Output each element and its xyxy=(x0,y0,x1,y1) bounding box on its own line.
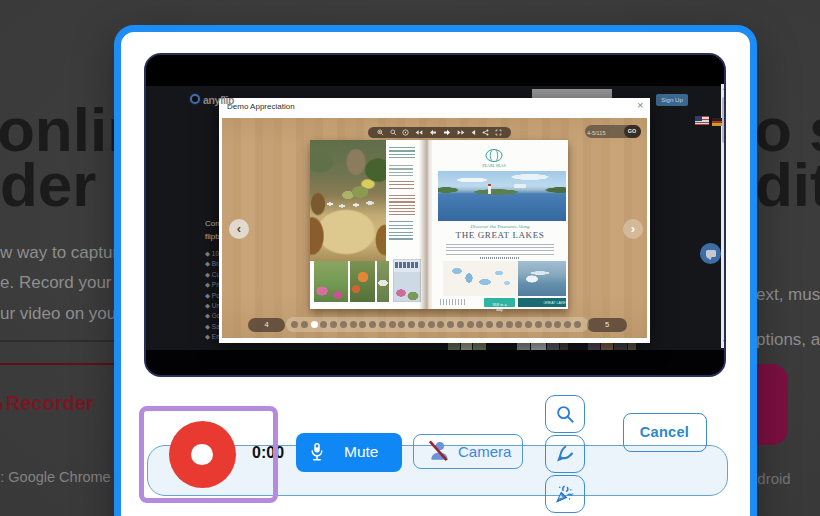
svg-text:PEARL SEAS: PEARL SEAS xyxy=(482,163,505,168)
